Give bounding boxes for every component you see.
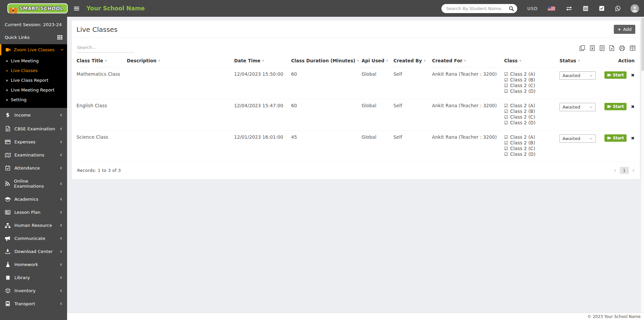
quick-links-button[interactable]: Quick Links <box>0 30 67 44</box>
sidebar-item-human-resource[interactable]: Human Resource <box>0 219 67 232</box>
status-select[interactable]: Awaited <box>559 103 596 111</box>
class-checkbox-item[interactable]: ☑Class 2 (A) <box>504 103 558 108</box>
tasks-icon[interactable] <box>599 6 604 11</box>
pagination-prev[interactable]: ‹ <box>614 168 616 174</box>
hamburger-menu-icon[interactable]: ≡ <box>73 4 80 12</box>
columns-button[interactable] <box>630 46 635 51</box>
scrollbar-thumb[interactable] <box>641 17 644 71</box>
sitemap-icon <box>5 223 11 228</box>
class-checkbox-item[interactable]: ☑Class 2 (B) <box>504 109 558 114</box>
sidebar-item-lesson-plan[interactable]: Lesson Plan <box>0 206 67 219</box>
student-search-input[interactable] <box>446 6 509 11</box>
page-title: Live Classes <box>76 25 118 34</box>
calendar-icon[interactable] <box>583 6 588 11</box>
date-time-cell: 12/04/2023 15:50:00 <box>234 68 291 99</box>
close-icon[interactable]: ✖ <box>631 73 635 77</box>
sidebar-item-transport[interactable]: Transport <box>0 297 67 310</box>
status-cell: Awaited <box>559 99 610 131</box>
class-checkbox-item[interactable]: ☑Class 2 (C) <box>504 146 558 151</box>
class-checkbox-item[interactable]: ☑Class 2 (D) <box>504 120 558 125</box>
date-time-cell: 12/01/2023 16:01:00 <box>234 131 291 162</box>
checkbox-checked-icon: ☑ <box>504 120 508 125</box>
live-classes-table: Class Title▼Description▼Date Time▼Class … <box>76 53 635 162</box>
exchange-icon[interactable] <box>566 6 572 11</box>
created-by-cell: Self <box>393 68 432 99</box>
user-avatar[interactable] <box>630 4 639 13</box>
column-header-api-used[interactable]: Api Used▼ <box>362 53 393 68</box>
status-select[interactable]: Awaited <box>559 134 596 143</box>
column-header-description[interactable]: Description▼ <box>127 53 234 68</box>
pdf-button[interactable] <box>609 45 614 51</box>
sidebar-item-download-center[interactable]: Download Center <box>0 245 67 258</box>
chevron-left-icon <box>60 113 62 117</box>
sidebar-subitem-live-class-report[interactable]: »Live Class Report <box>0 75 67 85</box>
class-checkbox-item[interactable]: ☑Class 2 (D) <box>504 88 558 94</box>
scrollbar[interactable] <box>641 17 644 313</box>
checkbox-checked-icon: ☑ <box>504 109 508 114</box>
start-button[interactable]: Start <box>604 103 627 110</box>
column-header-created-for[interactable]: Created For▼ <box>432 53 504 68</box>
sidebar-item-communicate[interactable]: Communicate <box>0 232 67 245</box>
us-flag-icon[interactable] <box>548 6 555 11</box>
close-icon[interactable]: ✖ <box>631 105 635 109</box>
class-title-cell: Mathematics Class <box>76 68 127 99</box>
status-select[interactable]: Awaited <box>559 71 596 80</box>
checkbox-checked-icon: ☑ <box>504 135 508 140</box>
classes-cell: ☑Class 2 (A)☑Class 2 (B)☑Class 2 (C)☑Cla… <box>504 68 559 99</box>
sidebar-item-cbse-examination[interactable]: CBSE Examination <box>0 122 67 135</box>
class-checkbox-item[interactable]: ☑Class 2 (D) <box>504 151 558 157</box>
csv-button[interactable] <box>600 45 604 51</box>
sidebar-submenu: »Live Meeting»Live Classes»Live Class Re… <box>0 55 67 108</box>
sidebar-subitem-live-classes[interactable]: »Live Classes <box>0 66 67 75</box>
column-header-created-by[interactable]: Created By▼ <box>393 53 432 68</box>
class-checkbox-item[interactable]: ☑Class 2 (A) <box>504 134 558 140</box>
column-header-class-title[interactable]: Class Title▼ <box>76 53 127 68</box>
sidebar-item-income[interactable]: $Income <box>0 108 67 122</box>
class-checkbox-item[interactable]: ☑Class 2 (C) <box>504 114 558 120</box>
class-checkbox-item[interactable]: ☑Class 2 (A) <box>504 71 558 77</box>
chevron-left-icon <box>60 210 62 214</box>
column-header-class[interactable]: Class▼ <box>504 53 559 68</box>
print-button[interactable] <box>619 46 625 51</box>
school-name: Your School Name <box>87 5 145 12</box>
sidebar-item-attendance[interactable]: Attendance <box>0 162 67 175</box>
search-icon[interactable] <box>509 6 514 11</box>
column-header-date-time[interactable]: Date Time▼ <box>234 53 291 68</box>
pagination: ‹ 1 › <box>614 167 635 174</box>
start-button[interactable]: Start <box>604 134 627 142</box>
class-title-cell: English Class <box>76 99 127 131</box>
column-header-status[interactable]: Status▼ <box>559 53 610 68</box>
add-button[interactable]: + Add <box>614 25 635 34</box>
currency-label[interactable]: USD <box>527 6 538 11</box>
start-button[interactable]: Start <box>604 71 627 79</box>
close-icon[interactable]: ✖ <box>631 136 635 140</box>
sidebar-item-online-examinations[interactable]: Online Examinations <box>0 175 67 193</box>
copy-button[interactable] <box>580 45 585 51</box>
sidebar-item-homework[interactable]: Homework <box>0 258 67 271</box>
excel-button[interactable] <box>590 45 595 51</box>
flask-icon <box>5 262 11 267</box>
plus-icon: + <box>618 27 621 32</box>
class-checkbox-item[interactable]: ☑Class 2 (B) <box>504 140 558 145</box>
sidebar-subitem-live-meeting[interactable]: »Live Meeting <box>0 56 67 66</box>
class-checkbox-item[interactable]: ☑Class 2 (C) <box>504 83 558 88</box>
class-checkbox-item[interactable]: ☑Class 2 (B) <box>504 77 558 82</box>
table-search-input[interactable] <box>76 43 134 53</box>
sidebar-item-zoom-live-classes[interactable]: Zoom Live Classes <box>0 44 67 55</box>
sidebar-subitem-live-meeting-report[interactable]: »Live Meeting Report <box>0 85 67 95</box>
pagination-page-1[interactable]: 1 <box>620 167 629 174</box>
copyright: © 2023 Your School Name <box>587 314 641 319</box>
pagination-next[interactable]: › <box>633 168 635 174</box>
sidebar-item-examinations[interactable]: Examinations <box>0 148 67 162</box>
sidebar-item-inventory[interactable]: Inventory <box>0 284 67 297</box>
chevron-left-icon <box>60 250 62 253</box>
app-logo[interactable]: SMART SCHOOL <box>0 3 67 13</box>
column-header-class-duration-minutes[interactable]: Class Duration (Minutes)▼ <box>291 53 362 68</box>
whatsapp-icon[interactable] <box>615 6 621 11</box>
action-cell: Start✖ <box>610 131 635 162</box>
sidebar-item-expenses[interactable]: Expenses <box>0 135 67 148</box>
live-classes-card: Live Classes + Add Class Title▼Descripti… <box>71 20 640 180</box>
sidebar-subitem-setting[interactable]: »Setting <box>0 95 67 105</box>
sidebar-item-academics[interactable]: Academics <box>0 193 67 206</box>
sidebar-item-library[interactable]: Library <box>0 271 67 284</box>
